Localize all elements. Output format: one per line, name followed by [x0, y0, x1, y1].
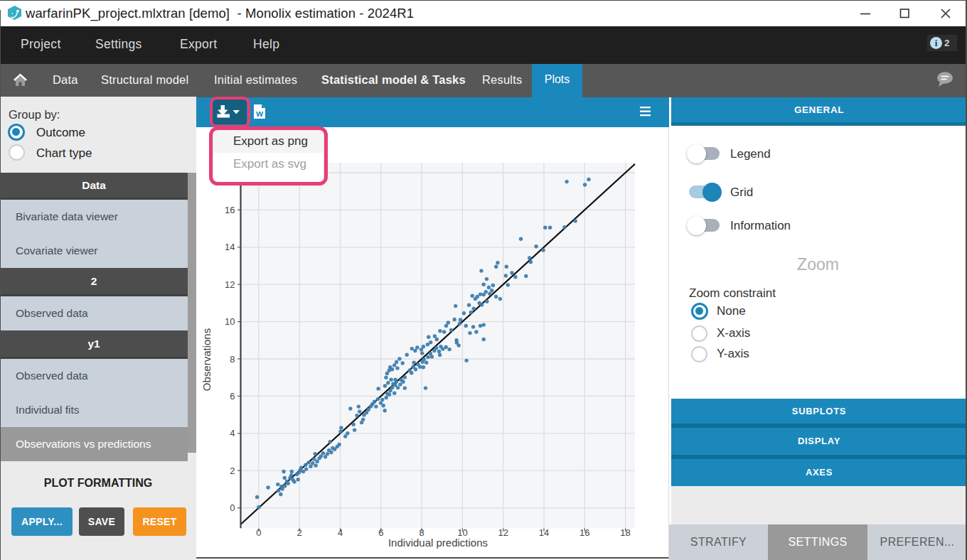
svg-text:16: 16 [579, 527, 589, 538]
svg-text:14: 14 [539, 527, 549, 538]
svg-text:Individual predictions: Individual predictions [388, 537, 488, 549]
svg-text:14: 14 [225, 242, 235, 252]
svg-text:16: 16 [225, 205, 235, 215]
svg-text:12: 12 [225, 279, 235, 290]
svg-text:2: 2 [230, 465, 235, 476]
svg-text:6: 6 [230, 391, 235, 402]
svg-text:2: 2 [297, 527, 302, 538]
svg-text:4: 4 [338, 527, 343, 538]
svg-text:12: 12 [498, 527, 508, 538]
svg-text:0: 0 [230, 502, 235, 513]
svg-text:Observations: Observations [201, 328, 213, 391]
svg-text:0: 0 [256, 527, 261, 538]
svg-text:18: 18 [620, 527, 630, 538]
svg-text:w: w [255, 109, 263, 119]
svg-text:10: 10 [225, 316, 235, 327]
svg-text:8: 8 [230, 354, 235, 365]
svg-text:4: 4 [230, 428, 235, 438]
svg-text:6: 6 [378, 527, 383, 538]
